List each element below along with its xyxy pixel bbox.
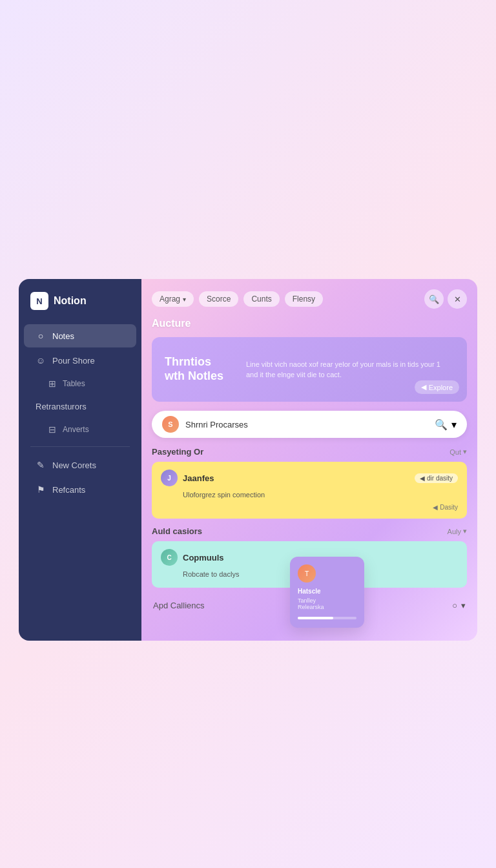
task-name: Jaanfes [183,473,409,483]
new-corets-icon: ✎ [36,460,46,470]
hero-title: Thrntios wth Notles [165,355,236,383]
action-arrow: ◀ [433,504,438,511]
hero-description: Line vibt vich naoot xof rear yelor of y… [246,359,454,380]
sidebar: N Notion ○ Notes ☺ Pour Shore ⊞ Tables R… [19,279,141,641]
task-card-jaan: J Jaanfes ◀ dir dasity Uloforgrez spin c… [152,462,467,519]
action-label: Dasity [440,504,458,511]
task-section-title: Auld casiors [152,526,202,536]
explore-button[interactable]: ◀ Explore [415,380,459,394]
sidebar-item-pour-shore[interactable]: ☺ Pour Shore [24,349,136,372]
chevron-down-icon: ▾ [463,527,467,535]
filter-chip-label: Flensy [293,294,315,304]
add-section-label: Apd Calliencs [153,601,205,610]
search-bar[interactable]: S Shrnri Procarses 🔍 ▾ [152,411,467,438]
filter-chip-agrag[interactable]: Agrag ▾ [152,291,194,307]
sidebar-item-notes[interactable]: ○ Notes [24,324,136,347]
tables-icon: ⊞ [47,378,57,389]
filter-chip-scorce[interactable]: Scorce [199,291,238,307]
task-action[interactable]: ◀ Dasity [433,504,458,511]
task-section-title: Pasyeting Or [152,447,203,457]
task-section-header: Pasyeting Or Qut ▾ [152,447,467,457]
task-badge[interactable]: ◀ dir dasity [415,473,458,483]
purple-widget-bar-fill [298,617,333,619]
action-label: Auly [448,528,461,535]
purple-widget-bar [298,617,356,619]
search-icon[interactable]: 🔍 [435,418,448,431]
notes-icon: ○ [36,331,46,341]
task-footer: ◀ Dasity [161,504,458,511]
purple-widget: T Hatscle Tanlley Relearska [290,557,364,628]
filter-chip-label: Agrag [160,294,180,304]
sidebar-item-label: Tables [63,379,85,388]
filter-chip-cunts[interactable]: Cunts [243,291,279,307]
sidebar-divider [30,446,130,447]
sidebar-item-label: Anverts [63,425,89,434]
sidebar-item-label: Refcants [52,485,85,495]
purple-widget-sub: Tanlley Relearska [298,597,356,610]
search-actions: 🔍 ▾ [435,418,457,431]
sidebar-item-new-corets[interactable]: ✎ New Corets [24,453,136,477]
chevron-down-icon[interactable]: ▾ [451,418,457,431]
sidebar-item-refcants[interactable]: ⚑ Refcants [24,478,136,501]
chevron-down-icon: ▾ [183,296,186,303]
main-content: Agrag ▾ Scorce Cunts Flensy 🔍 ✕ Aucture … [141,279,477,641]
anverts-icon: ⊟ [47,424,57,435]
filter-actions: 🔍 ✕ [424,289,467,309]
filter-bar: Agrag ▾ Scorce Cunts Flensy 🔍 ✕ [152,289,467,309]
task-section-action[interactable]: Auly ▾ [448,527,467,535]
circle-icon[interactable]: ○ [452,601,457,610]
task-avatar: J [161,470,178,486]
badge-arrow: ◀ [420,475,425,482]
task-section-pasyeting: Pasyeting Or Qut ▾ J Jaanfes ◀ dir dasit… [152,447,467,519]
explore-label: Explore [429,384,453,391]
action-label: Qut [450,448,461,456]
refcants-icon: ⚑ [36,484,46,495]
task-description: Uloforgrez spin comection [183,490,458,500]
search-avatar: S [162,416,179,433]
purple-widget-avatar: T [298,564,316,583]
filter-chip-label: Cunts [251,294,271,304]
search-input[interactable]: Shrnri Procarses [185,420,428,429]
app-logo: N Notion [19,292,141,323]
pour-shore-icon: ☺ [36,355,46,366]
task-section-header: Auld casiors Auly ▾ [152,526,467,536]
section-title: Aucture [152,318,467,329]
task-card-header: J Jaanfes ◀ dir dasity [161,470,458,486]
sidebar-item-label: Retransturors [36,402,87,411]
sidebar-item-retransturors[interactable]: Retransturors [24,395,136,418]
sidebar-sub-anverts[interactable]: ⊟ Anverts [19,419,141,440]
sidebar-sub-tables[interactable]: ⊞ Tables [19,373,141,394]
hero-title-block: Thrntios wth Notles [165,355,236,383]
add-section-actions: ○ ▾ [452,601,466,610]
sidebar-item-label: New Corets [52,460,96,470]
purple-widget-title: Hatscle [298,588,356,595]
explore-arrow: ◀ [421,383,426,391]
app-name: Notion [54,295,87,307]
chevron-down-icon[interactable]: ▾ [461,601,466,610]
search-button[interactable]: 🔍 [424,289,444,309]
filter-chip-flensy[interactable]: Flensy [285,291,323,307]
close-button[interactable]: ✕ [448,289,467,309]
badge-label: dir dasity [427,475,453,482]
sidebar-item-label: Notes [52,331,74,341]
logo-icon: N [30,292,48,310]
hero-card: Thrntios wth Notles Line vibt vich naoot… [152,337,467,402]
sidebar-item-label: Pour Shore [52,356,95,366]
filter-chip-label: Scorce [207,294,231,304]
task-section-action[interactable]: Qut ▾ [450,448,467,456]
task-avatar: C [161,549,178,566]
chevron-down-icon: ▾ [463,448,467,456]
